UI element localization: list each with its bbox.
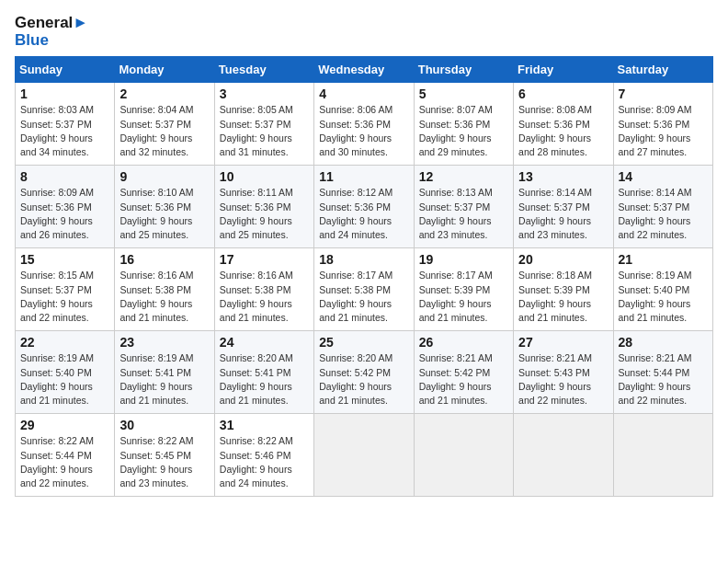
day-info: Sunrise: 8:19 AMSunset: 5:40 PMDaylight:…	[20, 351, 109, 408]
day-info: Sunrise: 8:20 AMSunset: 5:41 PMDaylight:…	[220, 351, 309, 408]
day-info: Sunrise: 8:22 AMSunset: 5:45 PMDaylight:…	[119, 434, 209, 490]
table-row: 31Sunrise: 8:22 AMSunset: 5:46 PMDayligh…	[214, 414, 313, 497]
day-number: 15	[20, 252, 109, 267]
table-row: 3Sunrise: 8:05 AMSunset: 5:37 PMDaylight…	[214, 83, 313, 166]
day-info: Sunrise: 8:11 AMSunset: 5:36 PMDaylight:…	[220, 186, 309, 242]
day-info: Sunrise: 8:19 AMSunset: 5:40 PMDaylight:…	[619, 269, 708, 325]
day-info: Sunrise: 8:07 AMSunset: 5:36 PMDaylight:…	[419, 103, 508, 159]
day-number: 31	[220, 418, 309, 432]
col-monday: Monday	[115, 57, 214, 83]
table-row: 12Sunrise: 8:13 AMSunset: 5:37 PMDayligh…	[414, 166, 513, 248]
day-number: 29	[20, 418, 109, 432]
day-number: 5	[419, 86, 508, 101]
col-sunday: Sunday	[16, 57, 115, 83]
day-number: 25	[319, 335, 408, 350]
table-row: 30Sunrise: 8:22 AMSunset: 5:45 PMDayligh…	[115, 414, 214, 497]
day-info: Sunrise: 8:06 AMSunset: 5:36 PMDaylight:…	[319, 103, 408, 159]
logo-text-block: General► Blue	[15, 15, 88, 49]
day-info: Sunrise: 8:05 AMSunset: 5:37 PMDaylight:…	[220, 103, 309, 159]
table-row: 22Sunrise: 8:19 AMSunset: 5:40 PMDayligh…	[16, 331, 115, 414]
day-number: 27	[518, 335, 608, 350]
table-row: 17Sunrise: 8:16 AMSunset: 5:38 PMDayligh…	[214, 248, 313, 331]
day-number: 1	[20, 86, 109, 101]
day-number: 18	[319, 252, 408, 267]
table-row: 25Sunrise: 8:20 AMSunset: 5:42 PMDayligh…	[314, 331, 414, 414]
day-number: 11	[319, 169, 408, 184]
day-info: Sunrise: 8:13 AMSunset: 5:37 PMDaylight:…	[419, 186, 508, 242]
logo-blue: Blue	[15, 32, 88, 50]
col-wednesday: Wednesday	[314, 57, 414, 83]
calendar-week-row: 8Sunrise: 8:09 AMSunset: 5:36 PMDaylight…	[16, 166, 713, 248]
table-row: 26Sunrise: 8:21 AMSunset: 5:42 PMDayligh…	[414, 331, 513, 414]
day-info: Sunrise: 8:14 AMSunset: 5:37 PMDaylight:…	[518, 186, 608, 242]
day-info: Sunrise: 8:22 AMSunset: 5:44 PMDaylight:…	[20, 434, 109, 490]
day-info: Sunrise: 8:10 AMSunset: 5:36 PMDaylight:…	[119, 186, 209, 242]
logo-general: General►	[15, 15, 88, 32]
table-row: 9Sunrise: 8:10 AMSunset: 5:36 PMDaylight…	[115, 166, 214, 248]
table-row	[514, 414, 613, 497]
col-friday: Friday	[514, 57, 613, 83]
table-row: 23Sunrise: 8:19 AMSunset: 5:41 PMDayligh…	[115, 331, 214, 414]
day-number: 2	[119, 86, 209, 101]
day-number: 10	[220, 169, 309, 184]
col-tuesday: Tuesday	[214, 57, 313, 83]
col-thursday: Thursday	[414, 57, 513, 83]
table-row: 8Sunrise: 8:09 AMSunset: 5:36 PMDaylight…	[16, 166, 115, 248]
table-row: 21Sunrise: 8:19 AMSunset: 5:40 PMDayligh…	[613, 248, 712, 331]
table-row: 28Sunrise: 8:21 AMSunset: 5:44 PMDayligh…	[613, 331, 712, 414]
table-row: 13Sunrise: 8:14 AMSunset: 5:37 PMDayligh…	[514, 166, 613, 248]
day-number: 8	[20, 169, 109, 184]
day-number: 26	[419, 335, 508, 350]
day-info: Sunrise: 8:20 AMSunset: 5:42 PMDaylight:…	[319, 351, 408, 408]
logo: General► Blue	[15, 15, 88, 49]
table-row: 4Sunrise: 8:06 AMSunset: 5:36 PMDaylight…	[314, 83, 414, 166]
day-number: 19	[419, 252, 508, 267]
calendar-header-row: Sunday Monday Tuesday Wednesday Thursday…	[16, 57, 713, 83]
day-number: 13	[518, 169, 608, 184]
day-number: 3	[220, 86, 309, 101]
table-row: 1Sunrise: 8:03 AMSunset: 5:37 PMDaylight…	[16, 83, 115, 166]
day-number: 23	[119, 335, 209, 350]
day-number: 30	[119, 418, 209, 432]
day-info: Sunrise: 8:17 AMSunset: 5:38 PMDaylight:…	[319, 269, 408, 325]
table-row: 14Sunrise: 8:14 AMSunset: 5:37 PMDayligh…	[613, 166, 712, 248]
day-info: Sunrise: 8:21 AMSunset: 5:44 PMDaylight:…	[619, 351, 708, 408]
day-info: Sunrise: 8:18 AMSunset: 5:39 PMDaylight:…	[518, 269, 608, 325]
table-row: 27Sunrise: 8:21 AMSunset: 5:43 PMDayligh…	[514, 331, 613, 414]
day-number: 14	[619, 169, 708, 184]
day-info: Sunrise: 8:09 AMSunset: 5:36 PMDaylight:…	[20, 186, 109, 242]
col-saturday: Saturday	[613, 57, 712, 83]
day-number: 17	[220, 252, 309, 267]
calendar-week-row: 1Sunrise: 8:03 AMSunset: 5:37 PMDaylight…	[16, 83, 713, 166]
table-row: 5Sunrise: 8:07 AMSunset: 5:36 PMDaylight…	[414, 83, 513, 166]
day-number: 12	[419, 169, 508, 184]
day-number: 20	[518, 252, 608, 267]
day-info: Sunrise: 8:21 AMSunset: 5:43 PMDaylight:…	[518, 351, 608, 408]
table-row: 18Sunrise: 8:17 AMSunset: 5:38 PMDayligh…	[314, 248, 414, 331]
table-row: 7Sunrise: 8:09 AMSunset: 5:36 PMDaylight…	[613, 83, 712, 166]
day-info: Sunrise: 8:17 AMSunset: 5:39 PMDaylight:…	[419, 269, 508, 325]
day-number: 4	[319, 86, 408, 101]
table-row: 16Sunrise: 8:16 AMSunset: 5:38 PMDayligh…	[115, 248, 214, 331]
table-row: 10Sunrise: 8:11 AMSunset: 5:36 PMDayligh…	[214, 166, 313, 248]
calendar-week-row: 15Sunrise: 8:15 AMSunset: 5:37 PMDayligh…	[16, 248, 713, 331]
day-number: 9	[119, 169, 209, 184]
day-info: Sunrise: 8:16 AMSunset: 5:38 PMDaylight:…	[119, 269, 209, 325]
day-info: Sunrise: 8:14 AMSunset: 5:37 PMDaylight:…	[619, 186, 708, 242]
table-row	[314, 414, 414, 497]
page-header: General► Blue	[15, 15, 713, 49]
calendar-table: Sunday Monday Tuesday Wednesday Thursday…	[15, 56, 713, 497]
table-row	[613, 414, 712, 497]
day-number: 16	[119, 252, 209, 267]
day-info: Sunrise: 8:04 AMSunset: 5:37 PMDaylight:…	[119, 103, 209, 159]
table-row: 24Sunrise: 8:20 AMSunset: 5:41 PMDayligh…	[214, 331, 313, 414]
day-info: Sunrise: 8:15 AMSunset: 5:37 PMDaylight:…	[20, 269, 109, 325]
day-info: Sunrise: 8:19 AMSunset: 5:41 PMDaylight:…	[119, 351, 209, 408]
day-info: Sunrise: 8:22 AMSunset: 5:46 PMDaylight:…	[220, 434, 309, 490]
day-number: 28	[619, 335, 708, 350]
day-info: Sunrise: 8:12 AMSunset: 5:36 PMDaylight:…	[319, 186, 408, 242]
day-number: 21	[619, 252, 708, 267]
calendar-week-row: 22Sunrise: 8:19 AMSunset: 5:40 PMDayligh…	[16, 331, 713, 414]
table-row	[414, 414, 513, 497]
day-number: 24	[220, 335, 309, 350]
